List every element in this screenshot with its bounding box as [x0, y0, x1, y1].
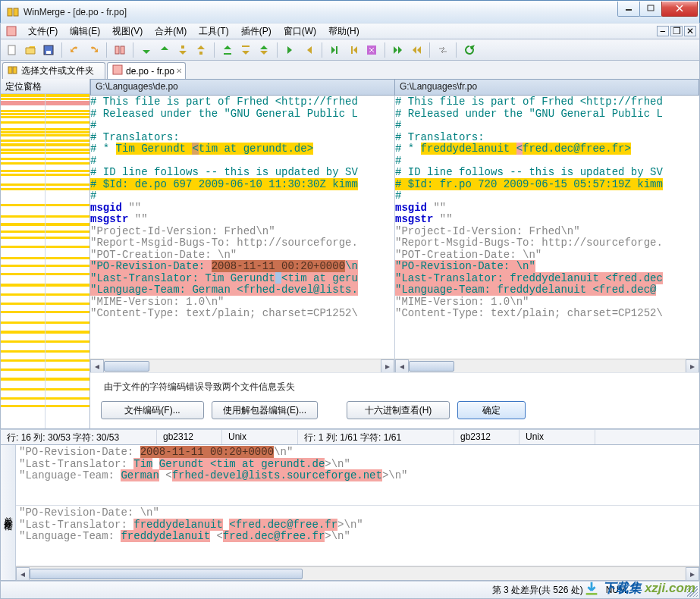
menu-window[interactable]: 窗口(W): [278, 24, 322, 39]
svg-rect-17: [351, 46, 353, 54]
diff-detail-title: 差异窗格: [1, 445, 16, 580]
right-eol: Unix: [520, 430, 595, 444]
svg-rect-6: [7, 27, 16, 36]
svg-rect-10: [115, 46, 119, 54]
file-encoding-button[interactable]: 文件编码(F)...: [101, 401, 204, 419]
swap-icon[interactable]: [435, 42, 451, 58]
num-indicator: NUM: [606, 585, 626, 595]
statusbar: 第 3 处差异(共 526 处) NUM: [0, 581, 700, 599]
menu-file[interactable]: 文件(F): [22, 24, 64, 39]
save-icon[interactable]: [40, 42, 57, 58]
copy-left-icon[interactable]: [300, 42, 317, 58]
hscrollbar[interactable]: ◂ ▸: [16, 566, 699, 580]
hex-view-button[interactable]: 十六进制查看(H): [347, 401, 450, 419]
svg-rect-15: [242, 45, 250, 47]
prev-diff-y-icon[interactable]: [193, 42, 209, 58]
resize-grip[interactable]: [687, 586, 698, 597]
menu-edit[interactable]: 编辑(E): [64, 24, 106, 39]
menu-tools[interactable]: 工具(T): [193, 24, 234, 39]
tabbar: 选择文件或文件夹 de.po - fr.po ✕: [0, 61, 700, 79]
svg-rect-16: [336, 46, 337, 54]
window-title: WinMerge - [de.po - fr.po]: [24, 7, 618, 17]
hscrollbar[interactable]: ◂ ▸: [90, 359, 394, 372]
right-editor[interactable]: # This file is part of Frhed <http://frh…: [395, 96, 699, 372]
new-icon[interactable]: [4, 42, 20, 58]
prev-diff-icon[interactable]: [156, 42, 173, 58]
right-pos: 行: 1 列: 1/61 字符: 1/61: [298, 430, 454, 444]
menu-plugins[interactable]: 插件(P): [235, 24, 278, 39]
mdi-close[interactable]: ✕: [684, 26, 696, 36]
all-left-icon[interactable]: [408, 42, 425, 58]
next-diff-y-icon[interactable]: [174, 42, 191, 58]
maximize-button[interactable]: [639, 2, 662, 17]
svg-rect-11: [121, 46, 124, 54]
mdi-minimize[interactable]: ‒: [657, 26, 669, 36]
copy-left-advance-icon[interactable]: [345, 42, 362, 58]
editor-status-row: 行: 16 列: 30/53 字符: 30/53 gb2312 Unix 行: …: [0, 429, 700, 444]
unpacker-edit-button[interactable]: 使用解包器编辑(E)...: [212, 401, 318, 419]
location-pane-title: 定位窗格: [1, 79, 89, 94]
diff-summary: 第 3 处差异(共 526 处): [492, 584, 583, 597]
svg-rect-20: [13, 67, 17, 74]
left-pos: 行: 16 列: 30/53 字符: 30/53: [1, 430, 157, 444]
next-diff-icon[interactable]: [138, 42, 155, 58]
goto-diff-icon[interactable]: [256, 42, 272, 58]
svg-rect-19: [8, 67, 12, 74]
location-pane: 定位窗格: [1, 79, 90, 428]
svg-rect-0: [8, 8, 12, 16]
format-icon[interactable]: [363, 42, 380, 58]
svg-rect-3: [648, 5, 654, 11]
svg-rect-9: [46, 51, 51, 54]
menu-merge[interactable]: 合并(M): [149, 24, 193, 39]
close-button[interactable]: [661, 2, 698, 17]
copy-right-advance-icon[interactable]: [327, 42, 344, 58]
mdi-restore[interactable]: ❐: [670, 26, 683, 36]
toolbar: [0, 39, 700, 61]
location-body[interactable]: [1, 94, 89, 428]
app-icon-small: [5, 25, 17, 37]
svg-rect-13: [199, 52, 202, 55]
encoding-bar: 由于文件的字符编码错误导致两个文件信息丢失 文件编码(F)... 使用解包器编辑…: [90, 372, 699, 428]
diff-detail-lower[interactable]: "PO-Revision-Date: \n""Last-Translator: …: [16, 506, 699, 566]
files-icon: [8, 64, 18, 77]
right-enc: gb2312: [454, 430, 520, 444]
left-enc: gb2312: [157, 430, 222, 444]
left-path[interactable]: G:\Languages\de.po: [90, 79, 395, 96]
left-eol: Unix: [222, 430, 298, 444]
undo-icon[interactable]: [67, 42, 83, 58]
diff-area: G:\Languages\de.po G:\Languages\fr.po # …: [90, 79, 699, 428]
titlebar: WinMerge - [de.po - fr.po]: [0, 0, 700, 23]
menu-view[interactable]: 视图(V): [106, 24, 149, 39]
tab-diff[interactable]: de.po - fr.po ✕: [107, 62, 186, 79]
last-diff-icon[interactable]: [237, 42, 254, 58]
svg-rect-1: [14, 8, 18, 16]
svg-rect-12: [181, 45, 184, 49]
hscrollbar[interactable]: ◂ ▸: [395, 359, 699, 372]
ok-button[interactable]: 确定: [457, 401, 526, 419]
tab-close-icon[interactable]: ✕: [174, 66, 184, 75]
open-icon[interactable]: [22, 42, 39, 58]
right-path[interactable]: G:\Languages\fr.po: [395, 79, 699, 96]
compare-icon[interactable]: [111, 42, 128, 58]
left-editor[interactable]: # This file is part of Frhed <http://frh…: [90, 96, 395, 372]
svg-rect-21: [113, 65, 122, 74]
first-diff-icon[interactable]: [219, 42, 236, 58]
minimize-button[interactable]: [617, 2, 640, 17]
app-icon: [7, 6, 19, 18]
redo-icon[interactable]: [85, 42, 102, 58]
diff-icon: [112, 64, 123, 77]
all-right-icon[interactable]: [390, 42, 407, 58]
client-area: 定位窗格 G:\Languages\de.po G:\Languages\fr.…: [0, 79, 700, 429]
refresh-icon[interactable]: [461, 42, 478, 58]
diff-detail-upper[interactable]: "PO-Revision-Date: 2008-11-11 00:20+0000…: [16, 445, 699, 506]
diff-detail-panel: 差异窗格 "PO-Revision-Date: 2008-11-11 00:20…: [0, 444, 700, 581]
svg-rect-14: [224, 53, 231, 55]
menubar: 文件(F) 编辑(E) 视图(V) 合并(M) 工具(T) 插件(P) 窗口(W…: [0, 23, 700, 39]
encoding-message: 由于文件的字符编码错误导致两个文件信息丢失: [101, 381, 689, 394]
tab-label: de.po - fr.po: [126, 66, 174, 77]
tab-select-files[interactable]: 选择文件或文件夹: [2, 62, 105, 79]
menu-help[interactable]: 帮助(H): [322, 24, 366, 39]
svg-rect-7: [8, 45, 15, 55]
tab-label: 选择文件或文件夹: [21, 64, 94, 77]
copy-right-icon[interactable]: [282, 42, 299, 58]
